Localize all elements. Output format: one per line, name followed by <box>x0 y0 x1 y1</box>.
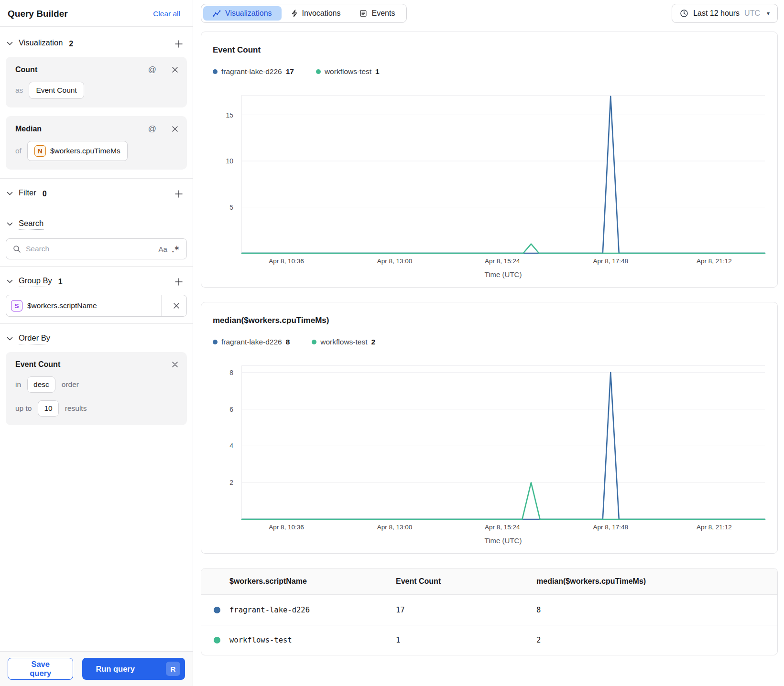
chart-canvas <box>242 366 765 519</box>
lightning-icon <box>291 10 298 17</box>
chevron-down-icon[interactable] <box>6 279 13 284</box>
cell-event-count: 1 <box>396 636 536 644</box>
table-row[interactable]: fragrant-lake-d226178 <box>201 595 777 625</box>
order-label: order <box>62 380 79 389</box>
legend-series-value: 17 <box>286 67 294 76</box>
order-by-section-label: Order By <box>19 333 50 344</box>
regex-icon[interactable]: ▪∗ <box>172 244 180 255</box>
chevron-down-icon[interactable] <box>6 222 13 226</box>
legend-series-name: workflows-test <box>325 67 371 76</box>
chart-canvas <box>242 96 765 253</box>
cell-median: 2 <box>536 636 777 644</box>
panel-title: Query Builder <box>8 9 68 19</box>
x-axis-tick-label: Apr 8, 10:36 <box>269 524 304 531</box>
search-section-header: Search <box>6 213 187 236</box>
close-icon[interactable] <box>171 125 179 133</box>
x-axis-tick-label: Apr 8, 17:48 <box>593 257 628 265</box>
remove-group-by-icon[interactable] <box>166 295 186 316</box>
close-icon[interactable] <box>171 360 179 369</box>
group-by-item[interactable]: S $workers.scriptName <box>6 295 187 317</box>
legend-dot <box>312 340 316 344</box>
median-field-value: $workers.cpuTimeMs <box>50 147 120 155</box>
cell-script-name: workflows-test <box>229 636 396 644</box>
table-header-row: $workers.scriptName Event Count median($… <box>201 568 777 595</box>
tab-invocations[interactable]: Invocations <box>282 6 350 21</box>
clock-icon <box>680 9 688 18</box>
legend-dot <box>213 340 218 344</box>
plot-area: 2468Apr 8, 10:36Apr 8, 13:00Apr 8, 15:24… <box>241 365 765 519</box>
legend-series-value: 2 <box>371 338 375 346</box>
table-body: fragrant-lake-d226178workflows-test12 <box>201 595 777 655</box>
median-field-selector[interactable]: N $workers.cpuTimeMs <box>27 141 128 161</box>
filter-section-label: Filter <box>19 188 36 199</box>
chevron-down-icon[interactable] <box>6 42 13 46</box>
divider <box>0 178 193 179</box>
median-cpu-chart-card: median($workers.cpuTimeMs) fragrant-lake… <box>201 302 778 554</box>
legend-item[interactable]: workflows-test1 <box>316 67 380 76</box>
filter-section-header: Filter 0 <box>6 182 187 205</box>
visualization-count: 2 <box>69 40 73 48</box>
clear-all-link[interactable]: Clear all <box>153 10 180 18</box>
cell-script-name: fragrant-lake-d226 <box>229 606 396 614</box>
group-by-field: $workers.scriptName <box>27 301 97 310</box>
legend-series-name: fragrant-lake-d226 <box>221 338 282 346</box>
search-box: Aa ▪∗ <box>6 238 187 259</box>
chevron-down-icon[interactable] <box>6 337 13 341</box>
mention-icon[interactable]: @ <box>148 124 156 134</box>
series-color-dot <box>214 637 220 643</box>
of-label: of <box>15 147 22 155</box>
y-axis-tick-label: 2 <box>229 479 233 486</box>
panel-body: Visualization 2 Count @ as Event Count <box>0 27 193 651</box>
divider <box>0 323 193 324</box>
close-icon[interactable] <box>171 65 179 74</box>
mention-icon[interactable]: @ <box>148 65 156 75</box>
time-range-label: Last 12 hours <box>693 9 740 18</box>
x-axis-tick-label: Apr 8, 21:12 <box>697 257 732 265</box>
query-builder-panel: Query Builder Clear all Visualization 2 … <box>0 0 193 686</box>
add-visualization-button[interactable] <box>174 39 184 49</box>
table-row[interactable]: workflows-test12 <box>201 625 777 655</box>
chart-title: median($workers.cpuTimeMs) <box>213 316 766 325</box>
chevron-down-icon: ▾ <box>767 10 770 17</box>
legend-dot <box>213 69 218 74</box>
add-filter-button[interactable] <box>174 189 184 199</box>
y-axis-tick-label: 10 <box>226 157 233 165</box>
tab-visualizations[interactable]: Visualizations <box>203 6 282 21</box>
visualization-alias-field[interactable]: Event Count <box>29 82 84 99</box>
divider <box>0 209 193 209</box>
legend-series-value: 1 <box>375 67 380 76</box>
string-type-icon: S <box>11 300 22 311</box>
chevron-down-icon[interactable] <box>6 192 13 196</box>
y-axis-tick-label: 8 <box>229 369 233 376</box>
save-query-button[interactable]: Save query <box>8 658 73 680</box>
legend-item[interactable]: workflows-test2 <box>312 338 375 346</box>
y-axis-tick-label: 15 <box>226 111 233 119</box>
run-query-shortcut: R <box>166 662 180 676</box>
cell-event-count: 17 <box>396 606 536 614</box>
event-count-chart-card: Event Count fragrant-lake-d22617workflow… <box>201 32 778 288</box>
search-section-label: Search <box>19 219 44 230</box>
table-header-script-name: $workers.scriptName <box>229 577 396 586</box>
add-group-by-button[interactable] <box>174 277 184 287</box>
as-label: as <box>15 86 23 95</box>
x-axis-tick-label: Apr 8, 10:36 <box>269 257 304 265</box>
legend-item[interactable]: fragrant-lake-d22617 <box>213 67 294 76</box>
line-chart-icon <box>213 10 221 17</box>
search-input[interactable] <box>26 245 154 253</box>
app: Query Builder Clear all Visualization 2 … <box>0 0 784 686</box>
x-axis-title: Time (UTC) <box>241 270 765 279</box>
table-header-event-count: Event Count <box>396 577 536 586</box>
case-sensitivity-icon[interactable]: Aa <box>159 245 167 253</box>
order-by-section-header: Order By <box>6 328 187 350</box>
timezone-label: UTC <box>744 9 760 18</box>
sort-direction-selector[interactable]: desc <box>27 376 55 393</box>
legend-series-name: fragrant-lake-d226 <box>221 67 282 76</box>
result-limit-field[interactable]: 10 <box>38 400 58 417</box>
legend-item[interactable]: fragrant-lake-d2268 <box>213 338 290 346</box>
visualization-card-title: Count <box>15 65 37 74</box>
x-axis-tick-label: Apr 8, 13:00 <box>377 257 413 265</box>
tab-events[interactable]: Events <box>350 6 404 21</box>
up-to-label: up to <box>15 404 32 413</box>
time-range-selector[interactable]: Last 12 hours UTC ▾ <box>672 4 778 23</box>
run-query-button[interactable]: Run query R <box>82 658 185 680</box>
